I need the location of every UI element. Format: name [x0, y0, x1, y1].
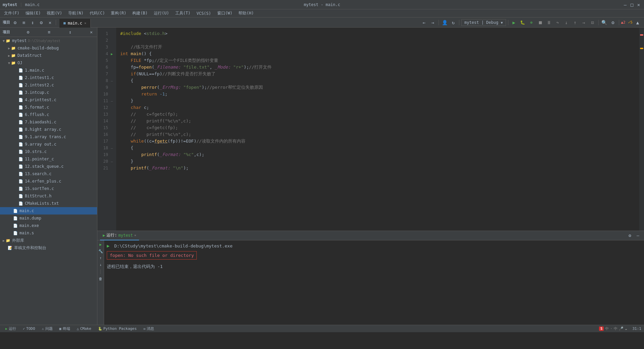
errors-badge[interactable]: ▲2 [621, 20, 626, 25]
tree-file-4printtest[interactable]: 📄 4.printtest.c [0, 96, 97, 104]
sidebar-list-icon[interactable]: ≡ [46, 29, 52, 35]
tree-file-14erfen[interactable]: 📄 14.erfen_plus.c [0, 178, 97, 185]
minimize-button[interactable]: — [623, 2, 628, 7]
list-icon[interactable]: ≡ [20, 19, 28, 26]
panel-settings-icon[interactable]: ⚙ [627, 232, 633, 239]
debug-config-selector[interactable]: mytest | Debug ▼ [461, 19, 506, 26]
run-tab-icon-bottom: ▶ [5, 327, 7, 331]
back-icon[interactable]: ← [420, 19, 428, 26]
sidebar-settings-icon[interactable]: ⚙ [25, 29, 31, 35]
tab-main-c[interactable]: ■ main.c ✕ [59, 19, 91, 28]
settings-icon[interactable]: ⚙ [11, 19, 19, 26]
tree-oj[interactable]: ▼ 📁 OJ [0, 59, 97, 67]
code-editor[interactable]: 1 2 3 4 5 6 7 8 9 10 11 12 13 14 15 16 1 [97, 28, 644, 231]
line-num-12: 12 [97, 104, 108, 111]
clear-output-icon[interactable]: 🗑 [98, 276, 103, 281]
tree-file-cmakelists[interactable]: 📄 CMakeLists.txt [0, 200, 97, 207]
run-with-coverage[interactable]: ⊕ [528, 19, 535, 26]
tab-run[interactable]: ▶ 运行 [3, 325, 19, 333]
tab-messages[interactable]: ✉ 消息 [141, 325, 157, 333]
tab-problems[interactable]: ⚠ 问题 [39, 325, 55, 333]
tree-file-91arraytrans[interactable]: 📄 9.1.array trans.c [0, 133, 97, 141]
panel-tab-run[interactable]: ▶ 运行: mytest ✕ [100, 231, 139, 240]
debug-button[interactable]: 🐛 [519, 19, 526, 26]
tree-file-1main[interactable]: 📄 1.main.c [0, 67, 97, 74]
tree-root-mytest[interactable]: ▼ 📁 mytest D:\CStudy\mytest [0, 37, 97, 44]
menu-window[interactable]: 窗口(W) [215, 10, 235, 17]
tree-datastruct[interactable]: ▶ 📁 DataStruct [0, 52, 97, 59]
code-line-18: { [120, 145, 635, 151]
tree-file-5format[interactable]: 📄 5.format.c [0, 104, 97, 111]
tree-file-9arrayout[interactable]: 📄 9.array out.c [0, 141, 97, 148]
run-button[interactable]: ▶ [510, 19, 518, 26]
settings-main-icon[interactable]: ⚙ [609, 19, 617, 26]
tree-file-8hightarray[interactable]: 📄 8.hight array.c [0, 126, 97, 133]
tree-scratch-files[interactable]: 📝 草稿文件和控制台 [0, 244, 97, 251]
file-icon-14erfen: 📄 [18, 179, 24, 184]
menu-bar: 文件(F) 编辑(E) 视图(V) 导航(N) 代码(C) 重构(R) 构建(B… [0, 9, 644, 17]
scroll-up-icon[interactable]: ↑ [98, 255, 103, 261]
code-content[interactable]: #include <stdio.h> //练习文件打开 int main() { [116, 28, 639, 231]
nav-icon[interactable]: ↻ [450, 19, 457, 26]
menu-edit[interactable]: 编辑(E) [23, 10, 44, 17]
search-everywhere-icon[interactable]: 🔍 [601, 19, 608, 26]
close-button[interactable]: ✕ [636, 2, 641, 7]
rerun-button[interactable]: ▶ [98, 242, 103, 247]
sidebar-collapse-icon[interactable]: ✕ [88, 29, 94, 35]
tree-file-bitstruct[interactable]: 📄 BitStruct.h [0, 192, 97, 200]
tree-file-3intcup[interactable]: 📄 3.intcup.c [0, 89, 97, 96]
tree-file-15sortten[interactable]: 📄 15.sortTen.c [0, 185, 97, 192]
menu-file[interactable]: 文件(F) [1, 10, 22, 17]
tree-file-2inttest2[interactable]: 📄 2.inttest2.c [0, 81, 97, 89]
tree-file-10strs[interactable]: 📄 10.strs.c [0, 148, 97, 155]
code-line-17: while((c=fgetc(fp))!=EOF)//读取文件内的所有内容 [120, 138, 635, 145]
tree-file-main-c[interactable]: 📄 main.c [0, 207, 97, 215]
editor-tab-bar: ■ main.c ✕ [59, 17, 91, 28]
tree-external-libs[interactable]: ▶ 📁 外部库 [0, 237, 97, 244]
run-to-cursor[interactable]: → [580, 19, 588, 26]
maximize-button[interactable]: □ [629, 2, 635, 7]
tree-file-11pointer[interactable]: 📄 11.pointer_c [0, 155, 97, 163]
expand-icon[interactable]: ▲ [634, 19, 641, 26]
tree-file-13search[interactable]: 📄 13.search.c [0, 170, 97, 178]
menu-navigate[interactable]: 导航(N) [65, 10, 86, 17]
menu-tools[interactable]: 工具(T) [173, 10, 193, 17]
sidebar-sort-icon[interactable]: ↕ [67, 29, 73, 35]
panel-minimize-icon[interactable]: — [635, 232, 641, 239]
tree-file-12stack[interactable]: 📄 12.stack_queue.c [0, 163, 97, 170]
step-over[interactable]: ↷ [554, 19, 561, 26]
tree-file-main-exe[interactable]: 📄 main.exe [0, 222, 97, 229]
menu-run[interactable]: 运行(U) [151, 10, 172, 17]
gear-icon[interactable]: ⚙ [38, 19, 45, 26]
warnings-badge[interactable]: ✓5 [628, 20, 633, 25]
menu-view[interactable]: 视图(V) [44, 10, 65, 17]
tree-file-2inttest1[interactable]: 📄 2.inttest1.c [0, 74, 97, 81]
menu-refactor[interactable]: 重构(R) [108, 10, 129, 17]
evaluate-icon[interactable]: ⊡ [589, 19, 596, 26]
menu-vcs[interactable]: VCS(S) [194, 10, 214, 16]
tree-file-6fflush[interactable]: 📄 6.fflush.c [0, 111, 97, 118]
pause-button[interactable]: ⏸ [545, 19, 553, 26]
stop-button[interactable]: ⏹ [537, 19, 544, 26]
close-sidebar-icon[interactable]: ✕ [46, 19, 54, 26]
tree-file-main-s[interactable]: 📄 main.s [0, 229, 97, 237]
tab-todo[interactable]: ✓ TODO [20, 325, 38, 333]
forward-icon[interactable]: → [429, 19, 436, 26]
step-into[interactable]: ↓ [563, 19, 570, 26]
run-tab-close[interactable]: ✕ [134, 233, 136, 237]
tree-file-7biaodashi[interactable]: 📄 7.biaodashi.c [0, 118, 97, 126]
menu-build[interactable]: 构建(B) [130, 10, 150, 17]
tree-cmake-build-debug[interactable]: ▶ 📁 cmake-build-debug [0, 44, 97, 52]
tree-file-main-dump[interactable]: 📄 main.dump [0, 215, 97, 222]
menu-help[interactable]: 帮助(H) [236, 10, 257, 17]
tab-close-icon[interactable]: ✕ [84, 21, 86, 25]
user-icon[interactable]: 👤 [441, 19, 448, 26]
sort-icon[interactable]: ↕ [29, 19, 36, 26]
scroll-down-icon[interactable]: ↓ [98, 262, 103, 267]
menu-code[interactable]: 代码(C) [87, 10, 108, 17]
tab-python-packages[interactable]: 🐍 Python Packages [95, 325, 139, 333]
step-out[interactable]: ↑ [571, 19, 579, 26]
tab-terminal[interactable]: ▣ 终端 [57, 325, 73, 333]
tab-cmake[interactable]: △ CMake [74, 325, 94, 333]
wrench-icon[interactable]: 🔧 [98, 248, 103, 254]
